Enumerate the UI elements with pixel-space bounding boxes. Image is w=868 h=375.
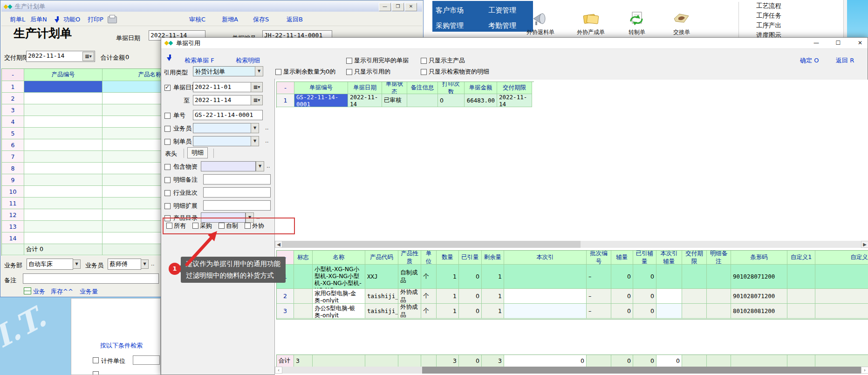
filter-input-明细扩展[interactable]	[203, 200, 271, 211]
doc-table: -单据编号单据日期单据状态备注信息打印次数单据金额交付期限1GS-22-11-1…	[276, 82, 534, 108]
cell: 0	[633, 304, 656, 319]
filter-input-单号[interactable]: GS-22-11-14-0001	[193, 110, 263, 120]
cell	[24, 186, 103, 198]
checkbox[interactable]	[164, 139, 171, 145]
maximize-icon[interactable]: ☐	[831, 38, 846, 48]
checkbox[interactable]	[164, 113, 171, 119]
maximize-icon[interactable]: ❐	[392, 3, 404, 11]
toolbar-item-3[interactable]: 功能O	[63, 15, 80, 24]
checkbox[interactable]	[346, 69, 352, 75]
filter-combo-制单员[interactable]	[193, 136, 251, 146]
tab-header[interactable]: 表头	[165, 150, 177, 158]
toolbar-item-8[interactable]: 返回B	[287, 15, 303, 24]
footer-link-1[interactable]: 业务	[24, 287, 45, 296]
filter-combo-包含物资[interactable]	[201, 161, 256, 171]
toolbar-item-6[interactable]: 新增A	[222, 15, 238, 24]
toolbar-item-2[interactable]: 后单N	[30, 15, 47, 24]
minimize-icon[interactable]: —	[809, 38, 824, 48]
chevron-down-icon[interactable]: ▼	[73, 259, 81, 269]
deliver-date-label: 交付期限	[4, 54, 28, 62]
calendar-dropdown-icon[interactable]: ▦▾	[82, 52, 94, 61]
more-button[interactable]: ..	[265, 137, 269, 144]
chevron-down-icon[interactable]: ▼	[251, 123, 259, 133]
scroll-right-icon[interactable]: ▶	[861, 241, 868, 248]
side-menu-item-工艺流程[interactable]: 工艺流程	[756, 2, 781, 10]
printer-icon[interactable]	[108, 16, 117, 23]
toolbar-item-5[interactable]: 审核C	[189, 15, 205, 24]
scroll-left-icon[interactable]: ◀	[275, 241, 282, 248]
checkbox[interactable]	[164, 203, 171, 209]
icon-button-2[interactable]: 外协产成单	[570, 10, 612, 36]
scroll-thumb[interactable]	[282, 367, 422, 374]
scroll-left-icon[interactable]: ‹	[275, 367, 282, 374]
back-button[interactable]: 返回 R	[836, 56, 854, 65]
chevron-down-icon[interactable]: ▼	[251, 136, 259, 146]
icon-button-4[interactable]: 交接单	[661, 10, 703, 36]
partial-checkbox[interactable]	[93, 371, 99, 375]
footer-link-3[interactable]: 业务量	[80, 287, 98, 296]
checkbox[interactable]	[164, 177, 171, 183]
chevron-down-icon[interactable]: ▼	[256, 161, 264, 171]
dialog-titlebar[interactable]: 单据引用	[161, 38, 868, 49]
piece-unit-checkbox[interactable]	[93, 357, 99, 363]
calendar-dropdown-icon[interactable]: ▦▾	[251, 95, 263, 105]
filter-input-明细备注[interactable]	[203, 174, 271, 184]
filter-input-单据日期[interactable]: 2022-11-01	[193, 82, 251, 92]
menu-item-考勤管理[interactable]: 考勤管理	[488, 21, 516, 30]
menu-item-客户市场[interactable]: 客户市场	[436, 6, 464, 15]
more-button[interactable]: ..	[151, 260, 155, 267]
detail-row[interactable]: 3办公S型电脑-银奥-onlyittaishiji_s外协成品个101–0080…	[277, 304, 868, 319]
filter-combo-业务员[interactable]	[193, 123, 251, 133]
toolbar-item-4[interactable]: 打印P	[88, 15, 103, 24]
filter-input-至[interactable]: 2022-11-14	[193, 95, 251, 105]
more-button[interactable]: ..	[267, 163, 270, 169]
piece-unit-input[interactable]	[133, 355, 160, 365]
toolbar-item-7[interactable]: 保存S	[253, 15, 269, 24]
cell: 家用G型电脑-金奥-onlyit	[313, 289, 365, 304]
salesman-combo[interactable]: 蔡师傅	[108, 259, 141, 270]
doc-row[interactable]: 1GS-22-11-14-00012022-11-14已审核066483.002…	[277, 94, 532, 107]
checkbox[interactable]	[421, 69, 427, 75]
scroll-track[interactable]	[282, 367, 861, 374]
dept-combo[interactable]: 自动车床	[27, 259, 73, 270]
scroll-track[interactable]	[282, 241, 861, 248]
more-button[interactable]: ..	[265, 124, 269, 131]
side-menu-item-工序任务[interactable]: 工序任务	[756, 12, 781, 20]
toolbar-item-1[interactable]: 前单L	[10, 15, 25, 24]
search-details-button[interactable]: 检索明细	[236, 56, 260, 65]
search-docs-button[interactable]: 检索单据 F	[185, 56, 214, 65]
search-by-condition-link[interactable]: 按以下条件检索	[100, 341, 143, 350]
checkbox[interactable]	[421, 58, 427, 64]
side-menu-item-工序产出[interactable]: 工序产出	[756, 21, 781, 30]
minimize-icon[interactable]: —	[379, 3, 391, 11]
icon-button-1[interactable]: 外协退料单	[519, 10, 561, 36]
checkbox[interactable]	[346, 58, 352, 64]
checkbox[interactable]	[164, 190, 171, 196]
h-scrollbar[interactable]: ‹ ›	[275, 367, 868, 374]
checked-checkbox[interactable]	[164, 85, 171, 91]
column-header: 明细备注	[707, 251, 731, 265]
h-scrollbar[interactable]: ◀ ▶	[275, 241, 868, 248]
footer-link-2[interactable]: 库存^^	[51, 287, 73, 296]
tab-detail[interactable]: 明细	[187, 147, 208, 158]
close-icon[interactable]: ✕	[853, 38, 868, 48]
detail-row[interactable]: 2家用G型电脑-金奥-onlyittaishiji_g外协成品个101–0090…	[277, 289, 868, 304]
close-icon[interactable]: ✕	[405, 3, 417, 11]
detail-row[interactable]: 1小型机-XG-NG小型机-XG-NG小型机-XG-NG小型机-XG-NGXXJ…	[277, 265, 868, 289]
scroll-thumb[interactable]	[282, 241, 581, 248]
filter-input-行业批次[interactable]	[203, 187, 271, 198]
checkbox[interactable]	[164, 164, 171, 170]
checkbox[interactable]	[275, 69, 281, 75]
ref-type-combo[interactable]: 补货计划单	[193, 66, 255, 76]
note-input[interactable]	[23, 273, 159, 284]
icon-button-3[interactable]: 转制单	[616, 10, 658, 36]
menu-item-工资管理[interactable]: 工资管理	[488, 6, 516, 15]
chevron-down-icon[interactable]: ▼	[141, 259, 149, 269]
calendar-dropdown-icon[interactable]: ▦▾	[251, 82, 263, 92]
chevron-down-icon[interactable]: ▼	[255, 66, 263, 76]
ok-button[interactable]: 确定 O	[800, 56, 819, 65]
scroll-right-icon[interactable]: ›	[861, 367, 868, 374]
main-window-titlebar[interactable]: 生产计划单	[1, 1, 422, 12]
menu-item-采购管理[interactable]: 采购管理	[436, 21, 464, 30]
checkbox[interactable]	[164, 126, 171, 132]
